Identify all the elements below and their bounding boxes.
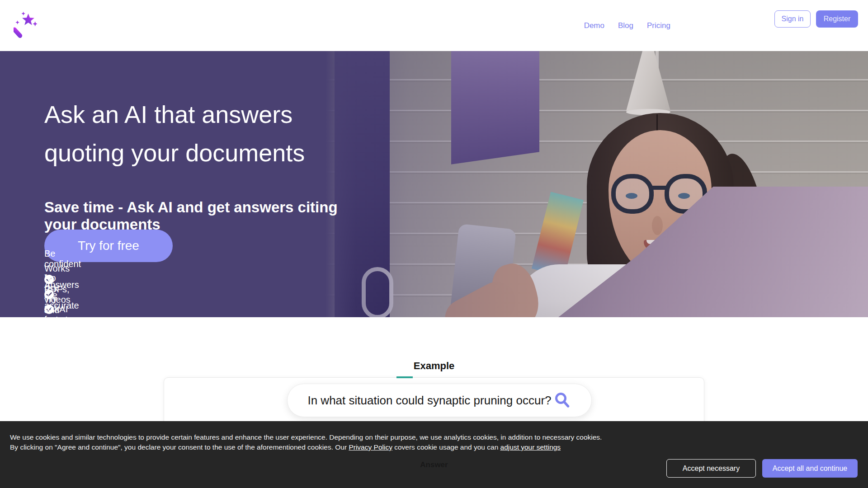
hero-content: Ask an AI that answers quoting your docu… — [44, 51, 388, 317]
nav-link-pricing[interactable]: Pricing — [647, 21, 670, 30]
example-question-text: In what situation could synaptic pruning… — [307, 394, 551, 408]
magnifier-icon[interactable] — [553, 391, 571, 409]
adjust-settings-link[interactable]: adjust your settings — [500, 443, 561, 451]
page: Demo Blog Pricing Sign in Register — [0, 0, 868, 488]
hero-section: Ask an AI that answers quoting your docu… — [0, 51, 868, 317]
navbar: Demo Blog Pricing Sign in Register — [0, 0, 868, 51]
cookie-banner: We use cookies and similar technologies … — [0, 421, 868, 488]
example-heading-underline — [396, 376, 413, 378]
nav-auth: Sign in Register — [774, 10, 858, 28]
hero-title: Ask an AI that answers quoting your docu… — [44, 95, 361, 172]
cookie-line1: We use cookies and similar technologies … — [10, 432, 661, 442]
accept-all-button[interactable]: Accept all and continue — [762, 459, 858, 478]
magic-wand-icon-svg — [14, 11, 37, 40]
accept-necessary-button[interactable]: Accept necessary — [666, 459, 756, 478]
example-heading: Example — [0, 360, 868, 372]
cookie-banner-buttons: Accept necessary Accept all and continue — [666, 459, 858, 478]
cookie-line2-prefix: By clicking on "Agree and continue", you… — [10, 443, 349, 451]
register-button[interactable]: Register — [816, 10, 858, 28]
nav-link-demo[interactable]: Demo — [584, 21, 604, 30]
cookie-banner-text: We use cookies and similar technologies … — [10, 432, 661, 452]
nav-link-blog[interactable]: Blog — [618, 21, 633, 30]
cookie-line2-mid: covers cookie usage and you can — [392, 443, 500, 451]
magic-wand-icon[interactable] — [14, 11, 37, 40]
cookie-line2: By clicking on "Agree and continue", you… — [10, 442, 661, 452]
privacy-policy-link[interactable]: Privacy Policy — [349, 443, 392, 451]
example-search-box[interactable]: In what situation could synaptic pruning… — [287, 384, 592, 417]
hero-bullet-text: No risk - Try AskAI free 30 times — [44, 273, 68, 317]
nav-links: Demo Blog Pricing — [584, 0, 670, 51]
hero-subtitle: Save time - Ask AI and get answers citin… — [44, 199, 370, 233]
sign-in-button[interactable]: Sign in — [774, 10, 811, 28]
